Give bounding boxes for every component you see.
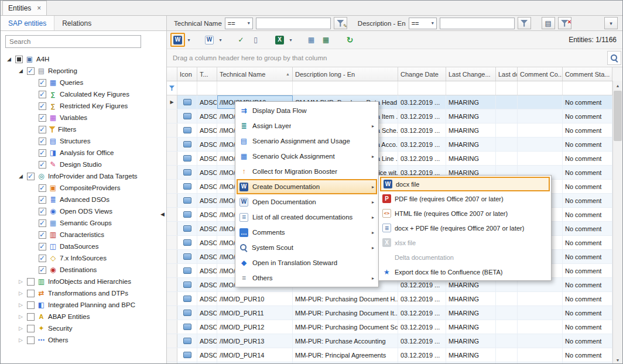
scenario-check-button[interactable]: ✓ — [234, 33, 248, 47]
checkbox-checked[interactable] — [39, 138, 46, 145]
menu-item-others[interactable]: ≡Others▸ — [237, 270, 377, 286]
menu-item-display-data-flow[interactable]: ⇉Display Data Flow — [237, 103, 377, 118]
checkbox-checked[interactable] — [39, 266, 46, 274]
open-docx-button[interactable]: W — [202, 33, 217, 47]
collapse-panel-icon[interactable]: ◀ — [160, 211, 165, 217]
tab-close-icon[interactable]: × — [37, 5, 41, 12]
tab-entities[interactable]: Entities × — [2, 1, 47, 15]
tree-item-analysis-for-office[interactable]: ◨Analysis for Office — [1, 147, 166, 159]
table-row[interactable]: ADSO/IMO/D_PUR13MM-PUR: Purchase Account… — [167, 334, 612, 348]
table-row[interactable]: ▶ADSO/IMO/CMPUR10CM-MM-PUR: Purchase Dat… — [167, 95, 612, 109]
expander-collapsed-icon[interactable]: ▷ — [17, 314, 25, 320]
tree-item-queries[interactable]: ▦Queries — [1, 77, 166, 88]
table-row[interactable]: ADSO/IMO/...CM-MM-PUR: Purchase Data Sch… — [167, 123, 612, 138]
tree-item-datasources[interactable]: ◫DataSources — [1, 241, 166, 252]
checkbox-checked[interactable] — [39, 161, 46, 169]
copy-grid-button[interactable]: ▦ — [304, 33, 319, 47]
menu-item-open-documentation[interactable]: WOpen Documentation▸ — [237, 194, 377, 210]
table-row[interactable]: ADSO/IMO/D_PUR10MM-PUR: Purchasing Docum… — [167, 292, 612, 306]
tree-item-destinations[interactable]: ◉Destinations — [1, 264, 166, 276]
column-header-last-doc[interactable]: Last doc. — [496, 67, 518, 81]
scroll-thumb[interactable] — [614, 91, 622, 141]
table-row[interactable]: ADSO/IMO/D_PUR12MM-PUR: Purchasing Docum… — [167, 320, 612, 334]
menu-item-create-documentation[interactable]: WCreate Documentation▸ — [237, 179, 377, 194]
checkbox-checked[interactable] — [39, 219, 46, 227]
filter-cell[interactable] — [446, 81, 496, 95]
description-operator-select[interactable]: == ▾ — [409, 18, 437, 29]
checkbox-unchecked[interactable] — [27, 325, 35, 332]
tree-item-restricted-key-figures[interactable]: ∑Restricted Key Figures — [1, 100, 166, 112]
expander-collapsed-icon[interactable]: ▷ — [17, 290, 25, 296]
menu-item-scenario-assignment-and-usage[interactable]: ▤Scenario Assignment and Usage — [237, 133, 377, 149]
create-docx-button[interactable]: W — [170, 33, 185, 47]
menu-item-assign-layer[interactable]: ≣Assign Layer▸ — [237, 118, 377, 133]
menu-item-system-scout[interactable]: System Scout▸ — [237, 240, 377, 255]
checkbox-checked[interactable] — [39, 114, 46, 122]
checkbox-checked[interactable] — [39, 255, 46, 262]
column-header-icon[interactable]: Icon — [177, 67, 197, 81]
filter-cell[interactable] — [518, 81, 563, 95]
checkbox-unchecked[interactable] — [27, 278, 35, 286]
checkbox-checked[interactable] — [27, 67, 35, 75]
scroll-down-icon[interactable]: ▼ — [613, 355, 622, 364]
column-header-change-date[interactable]: Change Date — [398, 67, 446, 81]
menu-item-comments[interactable]: …Comments▸ — [237, 225, 377, 240]
tree-item-infoobjects-and-hierarchies[interactable]: ▷▥InfoObjects and Hierarchies — [1, 276, 166, 287]
checkbox-unchecked[interactable] — [27, 301, 35, 309]
checkbox-checked[interactable] — [39, 79, 46, 87]
grid-export-button[interactable]: ▦ — [319, 33, 333, 47]
expander-collapsed-icon[interactable]: ▷ — [17, 279, 25, 284]
tree-item-others[interactable]: ▷⋯Others — [1, 334, 166, 346]
filter-cell[interactable] — [496, 81, 518, 95]
table-row[interactable]: ADSO/IMO/D_PUR11MM-PUR: Purchasing Docum… — [167, 306, 612, 320]
expander-expanded-icon[interactable]: ◢ — [5, 56, 13, 62]
tree-item-a4h[interactable]: ◢▣A4H — [1, 53, 166, 65]
tree-item-characteristics[interactable]: ▥Characteristics — [1, 229, 166, 241]
table-row[interactable]: ADSO/IMO/...CM-MM-PUR: Purchase Data Lin… — [167, 152, 612, 166]
checkbox-checked[interactable] — [39, 208, 46, 215]
column-header-comment-sta[interactable]: Comment Sta... — [563, 67, 612, 81]
tree-item-transformations-and-dtps[interactable]: ▷⇄Transformations and DTPs — [1, 287, 166, 299]
menu-item-collect-for-migration-booster[interactable]: ↑Collect for Migration Booster — [237, 164, 377, 179]
checkbox-checked[interactable] — [39, 126, 46, 133]
menu-item-list-of-all-created-documentations[interactable]: ≡List of all created documentations▸ — [237, 210, 377, 225]
table-row[interactable]: ADSO/IMO/...CM-MM-PUR: Purchase Data Acc… — [167, 138, 612, 152]
open-docx-button-dropdown[interactable]: ▾ — [217, 37, 224, 43]
filter-cell[interactable] — [293, 81, 398, 95]
expander-collapsed-icon[interactable]: ▷ — [17, 302, 25, 308]
menu-item-pdf-file-requires-office-2007-or-later[interactable]: PPDF file (requires Office 2007 or later… — [380, 191, 550, 206]
menu-item-open-in-translation-steward[interactable]: ◆Open in Translation Steward — [237, 255, 377, 270]
excel-export-button-dropdown[interactable]: ▾ — [287, 37, 295, 43]
technical-name-operator-select[interactable]: == ▾ — [225, 18, 253, 29]
menu-item-export-docx-file-to-confluence-beta[interactable]: ★Export docx file to Confluence (BETA) — [380, 265, 550, 279]
column-header-comment-co[interactable]: Comment Co... — [518, 67, 563, 81]
checkbox-checked[interactable] — [39, 149, 46, 157]
tree-item-calculated-key-figures[interactable]: ∑Calculated Key Figures — [1, 88, 166, 100]
tree-item-reporting[interactable]: ◢▤Reporting — [1, 65, 166, 77]
checkbox-unchecked[interactable] — [27, 313, 35, 321]
filter-cell[interactable] — [217, 81, 293, 95]
tree-item-security[interactable]: ▷✦Security — [1, 322, 166, 334]
filter-options-button[interactable]: ▾ — [604, 17, 618, 29]
expander-expanded-icon[interactable]: ◢ — [17, 173, 25, 179]
tab-relations[interactable]: Relations — [54, 16, 99, 30]
technical-name-filter-input[interactable] — [256, 18, 331, 29]
tree-search-input[interactable] — [5, 35, 141, 48]
tree-item-variables[interactable]: ▦Variables — [1, 112, 166, 123]
tab-sap-entities[interactable]: SAP entities — [1, 16, 54, 30]
checkbox-checked[interactable] — [39, 231, 46, 239]
column-header-description-long-en[interactable]: Description long - En — [293, 67, 398, 81]
menu-item-html-file-requires-office-2007-or-later[interactable]: <>HTML file (requires Office 2007 or lat… — [380, 206, 550, 221]
column-header-t[interactable]: T... — [197, 67, 217, 81]
tree-item-integrated-planning-and-bpc[interactable]: ▷◧Integrated Planning and BPC — [1, 299, 166, 311]
filter-cell[interactable] — [398, 81, 446, 95]
column-header-technical-name[interactable]: Technical Name▲ — [217, 67, 293, 81]
tree-item-abap-entities[interactable]: ▷AABAP Entities — [1, 311, 166, 322]
tree-item-structures[interactable]: ▤Structures — [1, 135, 166, 147]
excel-export-button[interactable]: X — [272, 33, 287, 47]
filter-cell[interactable] — [197, 81, 217, 95]
tree-item-filters[interactable]: Filters — [1, 123, 166, 135]
tree-item-semantic-groups[interactable]: ▦Semantic Groups — [1, 217, 166, 229]
checkbox-unchecked[interactable] — [27, 290, 35, 297]
expander-expanded-icon[interactable]: ◢ — [17, 68, 25, 74]
